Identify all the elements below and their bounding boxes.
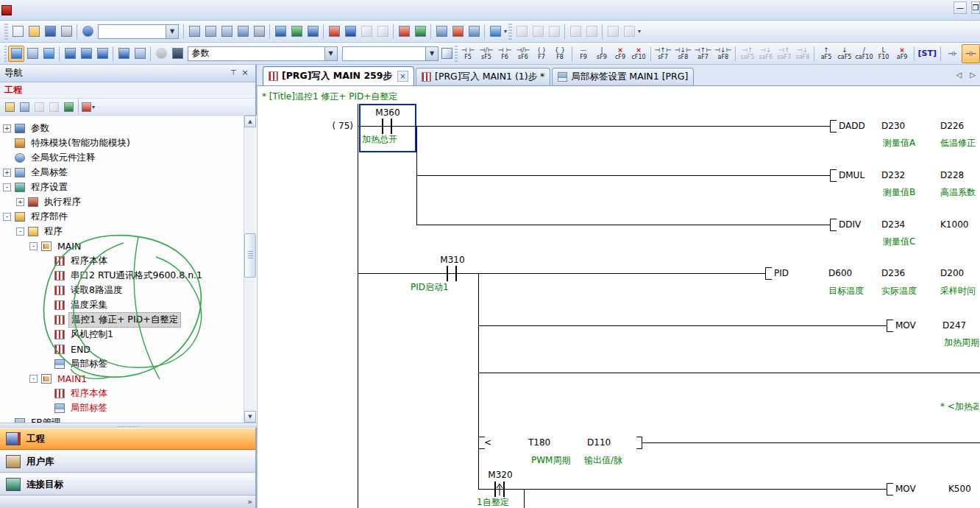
instruction-arg[interactable]: D600: [828, 268, 852, 278]
instruction-arg[interactable]: K1000: [940, 219, 968, 230]
pin-icon[interactable]: ⊤: [227, 68, 239, 79]
device-search-icon[interactable]: [132, 46, 148, 62]
scaling-up-icon[interactable]: [514, 24, 530, 40]
tree-item[interactable]: 特殊模块(智能功能模块): [0, 135, 257, 150]
contact-device[interactable]: M360: [365, 107, 411, 118]
contact-device[interactable]: M310: [430, 255, 475, 265]
contact-device[interactable]: M320: [478, 470, 522, 480]
undo-icon[interactable]: [235, 24, 251, 40]
chevron-down-icon[interactable]: ▼: [324, 47, 337, 60]
device-batch-icon[interactable]: [94, 46, 110, 62]
tree-item[interactable]: 温控1 修正+ PID+自整定: [0, 312, 257, 327]
menu-item[interactable]: [121, 8, 134, 13]
expression-combo[interactable]: ▼: [342, 46, 438, 61]
menu-item[interactable]: [81, 8, 94, 13]
ladder-symbol-aF8[interactable]: ⊣↓⊢aF8: [713, 44, 733, 63]
instruction-arg[interactable]: T180: [528, 437, 550, 448]
instruction-arg[interactable]: D226: [940, 121, 964, 131]
ladder-symbol-sF5[interactable]: ⊣/⊢sF5: [477, 44, 496, 63]
navigation-toggle-icon[interactable]: [8, 46, 24, 62]
tree-item[interactable]: 读取8路温度: [0, 283, 257, 297]
read-from-plc-icon[interactable]: [342, 24, 358, 40]
cut-icon[interactable]: [186, 24, 202, 40]
tree-item[interactable]: END: [0, 342, 257, 356]
ladder-symbol-F9[interactable]: —F9: [575, 44, 593, 63]
menu-item[interactable]: [68, 8, 81, 13]
ladder-symbol-F8[interactable]: { }F8: [551, 44, 569, 63]
device-comment-icon[interactable]: [62, 46, 78, 62]
tree-item[interactable]: 风机控制1: [0, 327, 257, 342]
ladder-symbol-saF5[interactable]: ⊣↑saF5: [738, 44, 756, 63]
ladder-tool-button[interactable]: ⊣⊢: [962, 44, 980, 63]
open-project-icon[interactable]: [26, 24, 42, 40]
device-edit-icon[interactable]: [412, 24, 428, 40]
tree-item[interactable]: - 程序部件: [0, 209, 257, 224]
expander-icon[interactable]: -: [3, 213, 11, 221]
instruction-arg[interactable]: D230: [881, 121, 905, 131]
expander-icon[interactable]: +: [3, 169, 11, 177]
monitor-start-icon[interactable]: [358, 24, 374, 40]
panel-splitter[interactable]: .........: [0, 423, 257, 428]
ladder-symbol-saF7[interactable]: ⊣↑saF7: [775, 44, 793, 63]
ladder-symbol-cF10[interactable]: ×cF10: [630, 44, 648, 63]
ladder-symbol-F10[interactable]: LF10: [875, 44, 893, 63]
chevron-down-icon[interactable]: ▼: [166, 25, 178, 38]
refresh-icon[interactable]: [61, 99, 76, 114]
ladder-symbol-caF5[interactable]: ↓caF5: [835, 44, 853, 63]
device-replace-icon[interactable]: [305, 24, 321, 40]
instruction-op[interactable]: MOV: [895, 320, 916, 331]
instruction-arg[interactable]: D228: [940, 170, 964, 180]
tree-item[interactable]: - 程序设置: [0, 180, 257, 194]
tree-item[interactable]: 温度采集: [0, 297, 257, 312]
tree-item[interactable]: - MAIN1: [0, 371, 257, 386]
maximize-button[interactable]: ❐: [971, 1, 980, 14]
pulse-display-icon[interactable]: [546, 24, 562, 40]
instruction-op[interactable]: DDIV: [839, 219, 861, 230]
instruction-arg[interactable]: D234: [881, 219, 905, 230]
toolbar-grip[interactable]: [4, 24, 8, 40]
monitor-stop-icon[interactable]: [374, 24, 391, 40]
statement-jump-icon[interactable]: [466, 24, 482, 40]
sampling-wave-icon[interactable]: [621, 24, 637, 40]
sampling-trace-icon[interactable]: [605, 24, 621, 40]
watch-register-icon[interactable]: [567, 24, 583, 40]
instruction-arg[interactable]: K500: [948, 484, 971, 494]
device-test-icon[interactable]: [396, 24, 412, 40]
menu-item[interactable]: [134, 8, 147, 13]
cross-reference-icon[interactable]: [169, 46, 185, 62]
instruction-arg[interactable]: D232: [881, 170, 905, 180]
instruction-op[interactable]: DMUL: [839, 170, 864, 180]
minimize-button[interactable]: —: [954, 1, 967, 14]
device-combo[interactable]: 参数 ▼: [188, 46, 337, 61]
tree-item[interactable]: 程序本体: [0, 386, 257, 401]
instruction-arg[interactable]: D200: [940, 268, 964, 278]
copy-icon[interactable]: [202, 24, 219, 40]
menu-item[interactable]: [54, 8, 68, 13]
menu-item[interactable]: [28, 8, 41, 13]
tree-item[interactable]: + 执行程序: [0, 194, 257, 209]
toolbar-grip[interactable]: [455, 46, 457, 62]
statement-insert-icon[interactable]: [433, 24, 450, 40]
paste-icon[interactable]: [32, 99, 46, 114]
tree-item[interactable]: - 程序: [0, 224, 257, 239]
close-icon[interactable]: ×: [397, 71, 408, 82]
expander-icon[interactable]: -: [29, 375, 38, 383]
ladder-symbol-saF8[interactable]: ⊣↓saF8: [793, 44, 812, 63]
ladder-tool-button[interactable]: ⊣⊦: [943, 44, 962, 63]
nav-category-button[interactable]: 用户库: [0, 451, 255, 473]
more-buttons-chevron-icon[interactable]: »: [247, 497, 252, 507]
toolbar-grip[interactable]: [4, 46, 7, 62]
tree-item[interactable]: 程序本体: [0, 253, 257, 268]
ladder-symbol-F7[interactable]: ( )F7: [533, 44, 551, 63]
device-monitor-icon[interactable]: [288, 24, 305, 40]
expander-icon[interactable]: +: [16, 198, 24, 206]
write-to-plc-icon[interactable]: [326, 24, 342, 40]
statement-display-icon[interactable]: [40, 46, 57, 62]
expander-icon[interactable]: -: [3, 183, 11, 191]
ladder-symbol-saF6[interactable]: ⊣↓saF6: [756, 44, 775, 63]
device-find-icon[interactable]: [272, 24, 288, 40]
menu-item[interactable]: [15, 8, 28, 13]
ladder-tool-button[interactable]: [ST]: [917, 44, 938, 63]
tree-item[interactable]: 局部标签: [0, 356, 257, 371]
tree-item[interactable]: + 全局标签: [0, 165, 257, 180]
